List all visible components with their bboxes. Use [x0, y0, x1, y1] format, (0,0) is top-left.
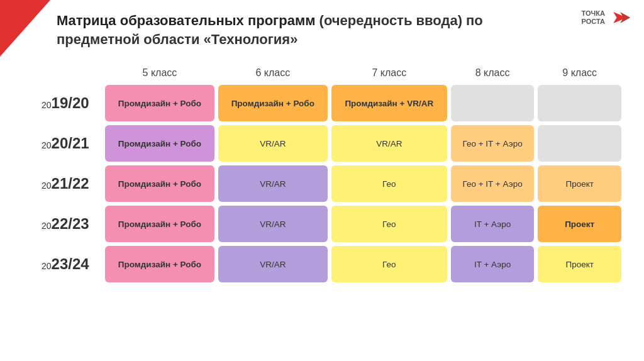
title-bold-part: Матрица образовательных программ — [57, 13, 315, 28]
row-year-2: 2021/22 — [42, 165, 101, 202]
col-header-6: 6 класс — [218, 65, 328, 81]
logo-text: ТОЧКА РОСТА — [582, 9, 605, 26]
cell-r2-c4: Проект — [538, 165, 621, 202]
matrix-container: 5 класс 6 класс 7 класс 8 класс 9 класс … — [0, 55, 644, 361]
logo-line1: ТОЧКА — [582, 9, 605, 18]
row-label-header — [42, 65, 101, 81]
cell-r0-c2: Промдизайн + VR/AR — [331, 85, 447, 121]
cell-r3-c3: IT + Аэро — [451, 206, 535, 242]
row-year-4: 2023/24 — [42, 246, 101, 282]
cell-r0-c1: Промдизайн + Робо — [218, 85, 328, 121]
cell-r4-c1: VR/AR — [218, 246, 328, 282]
cell-r3-c0: Промдизайн + Робо — [105, 206, 214, 242]
row-year-3: 2022/23 — [42, 206, 101, 242]
page-title: Матрица образовательных программ (очеред… — [57, 11, 497, 48]
cell-r1-c2: VR/AR — [331, 125, 447, 162]
row-year-0: 2019/20 — [42, 85, 101, 121]
cell-r2-c1: VR/AR — [218, 165, 328, 202]
cell-r1-c0: Промдизайн + Робо — [105, 125, 214, 162]
matrix-row: 2020/21Промдизайн + РобоVR/ARVR/ARГео + … — [42, 125, 621, 162]
col-header-5: 5 класс — [105, 65, 214, 81]
cell-r4-c2: Гео — [331, 246, 447, 282]
cell-r4-c0: Промдизайн + Робо — [105, 246, 214, 282]
cell-r2-c2: Гео — [331, 165, 447, 202]
column-header-row: 5 класс 6 класс 7 класс 8 класс 9 класс — [42, 65, 621, 81]
page: ТОЧКА РОСТА Матрица образовательных прог… — [0, 0, 644, 361]
logo-leaf-icon — [609, 6, 631, 29]
cell-r3-c1: VR/AR — [218, 206, 328, 242]
cell-r2-c3: Гео + IT + Аэро — [451, 165, 535, 202]
matrix-row: 2019/20Промдизайн + РобоПромдизайн + Роб… — [42, 85, 621, 121]
cell-r4-c4: Проект — [538, 246, 621, 282]
red-triangle-decoration — [0, 0, 50, 57]
cell-r1-c1: VR/AR — [218, 125, 328, 162]
col-header-7: 7 класс — [331, 65, 447, 81]
cell-r4-c3: IT + Аэро — [451, 246, 535, 282]
cell-r0-c0: Промдизайн + Робо — [105, 85, 214, 121]
cell-r3-c4: Проект — [538, 206, 621, 242]
cell-r3-c2: Гео — [331, 206, 447, 242]
cell-r0-c4 — [538, 85, 621, 121]
cell-r1-c4 — [538, 125, 621, 162]
row-year-1: 2020/21 — [42, 125, 101, 162]
col-header-9: 9 класс — [538, 65, 621, 81]
cell-r1-c3: Гео + IT + Аэро — [451, 125, 535, 162]
logo-area: ТОЧКА РОСТА — [582, 6, 631, 29]
cell-r0-c3 — [451, 85, 535, 121]
col-header-8: 8 класс — [451, 65, 535, 81]
matrix-table: 5 класс 6 класс 7 класс 8 класс 9 класс … — [38, 61, 625, 286]
matrix-row: 2023/24Промдизайн + РобоVR/ARГеоIT + Аэр… — [42, 246, 621, 282]
matrix-row: 2021/22Промдизайн + РобоVR/ARГеоГео + IT… — [42, 165, 621, 202]
cell-r2-c0: Промдизайн + Робо — [105, 165, 214, 202]
header: Матрица образовательных программ (очеред… — [0, 0, 516, 55]
matrix-row: 2022/23Промдизайн + РобоVR/ARГеоIT + Аэр… — [42, 206, 621, 242]
logo-line2: РОСТА — [582, 18, 605, 26]
